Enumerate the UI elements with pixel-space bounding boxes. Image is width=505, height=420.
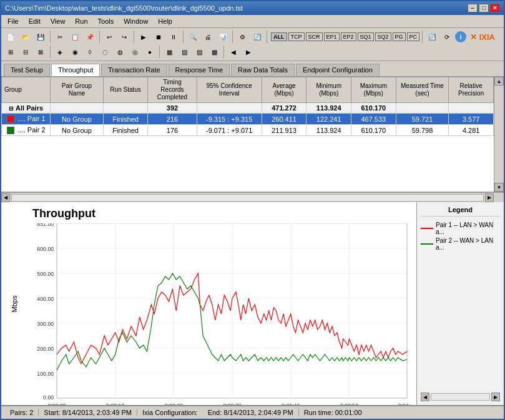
toolbar-settings[interactable]: ⚙ [235, 30, 249, 44]
menu-edit[interactable]: Edit [25, 16, 44, 26]
cell-pgn-pair2: No Group [51, 125, 104, 136]
close-button[interactable]: ✕ [490, 4, 500, 12]
svg-text:0:00:50: 0:00:50 [340, 403, 358, 405]
table-hscrollbar[interactable]: ◀ ▶ [1, 192, 504, 202]
legend-hscrollbar[interactable]: ◀ ▶ [421, 393, 500, 401]
toolbar-b16[interactable]: ▶ [242, 45, 255, 59]
toolbar-open[interactable]: 📂 [19, 30, 32, 44]
toolbar-zoom[interactable]: 🔍 [186, 30, 200, 44]
toolbar-save[interactable]: 💾 [34, 30, 47, 44]
toolbar-undo[interactable]: ↩ [102, 30, 116, 44]
toolbar-run[interactable]: ▶ [137, 30, 150, 44]
tag-sq2[interactable]: SQ2 [375, 32, 391, 41]
cell-avg-pair2: 211.913 [262, 125, 306, 136]
tag-scr[interactable]: SCR [306, 32, 323, 41]
toolbar-b11[interactable]: ▦ [162, 45, 176, 59]
toolbar-copy[interactable]: 📋 [68, 30, 82, 44]
vscroll-up[interactable]: ▲ [494, 77, 504, 85]
legend-item-pair1: Pair 1 -- LAN > WAN a... [421, 222, 500, 235]
toolbar-b14[interactable]: ▩ [207, 45, 221, 59]
tab-raw-data-totals[interactable]: Raw Data Totals [231, 64, 295, 76]
menu-run[interactable]: Run [71, 16, 91, 26]
vscroll-track [494, 85, 504, 183]
tab-throughput[interactable]: Throughput [51, 64, 100, 76]
table-vscrollbar[interactable]: ▲ ▼ [494, 77, 504, 192]
toolbar-refresh[interactable]: 🔄 [250, 30, 264, 44]
menu-tools[interactable]: Tools [94, 16, 118, 26]
hscroll-left[interactable]: ◀ [1, 193, 10, 202]
col-header-pair-group-name: Pair Group Name [51, 77, 104, 103]
tag-tcp[interactable]: TCP [288, 32, 305, 41]
toolbar-redo[interactable]: ↪ [117, 30, 131, 44]
chart-area: 651.00 600.00 500.00 400.00 300.00 200.0… [32, 223, 410, 405]
expand-icon[interactable]: ⊟ [9, 105, 14, 112]
toolbar-b4[interactable]: ◈ [53, 45, 67, 59]
tab-transaction-rate[interactable]: Transaction Rate [101, 64, 167, 76]
legend-scroll-left[interactable]: ◀ [421, 393, 429, 401]
tag-sq1[interactable]: SQ1 [358, 32, 374, 41]
col-header-confidence: 95% Confidence Interval [197, 77, 262, 103]
menu-window[interactable]: Window [120, 16, 152, 26]
tag-ep2[interactable]: EP2 [341, 32, 356, 41]
svg-text:0:00:30: 0:00:30 [223, 403, 241, 405]
tab-response-time[interactable]: Response Time [169, 64, 230, 76]
chart-container: Throughput Mbps [1, 202, 416, 405]
table-row-pair2[interactable]: .... Pair 2 No Group Finished 176 -9.071… [2, 125, 494, 136]
table-row-all-pairs[interactable]: ⊟All Pairs 392 471.272 113.924 610.170 [2, 103, 494, 114]
toolbar-refresh2[interactable]: 🔃 [425, 30, 439, 44]
cell-ci-all [197, 103, 262, 114]
ixia-logo: ✕ IXIA [470, 32, 495, 42]
toolbar-new[interactable]: 📄 [4, 30, 17, 44]
info-button[interactable]: i [455, 31, 466, 42]
table-row-pair1[interactable]: .... Pair 1 No Group Finished 216 -9.315… [2, 114, 494, 125]
tag-pc[interactable]: PC [407, 32, 420, 41]
toolbar-cut[interactable]: ✂ [53, 30, 67, 44]
toolbar-b7[interactable]: ◌ [98, 45, 112, 59]
tcp-tags: ALL TCP SCR EP1 EP2 SQ1 SQ2 PG PC [271, 32, 419, 41]
status-run-time: Run time: 00:01:00 [299, 409, 367, 416]
toolbar-b6[interactable]: ◊ [83, 45, 97, 59]
toolbar-pause[interactable]: ⏸ [167, 30, 180, 44]
menu-view[interactable]: View [47, 16, 69, 26]
toolbar-b5[interactable]: ◉ [68, 45, 82, 59]
toolbar-sync[interactable]: ⟳ [440, 30, 454, 44]
data-table-container[interactable]: Group Pair Group Name Run Status Timing … [1, 77, 494, 192]
sep5 [232, 31, 233, 43]
minimize-button[interactable]: − [468, 4, 478, 12]
cell-min-pair2: 113.924 [306, 125, 351, 136]
legend-scroll-right[interactable]: ▶ [491, 393, 500, 401]
vscroll-down[interactable]: ▼ [494, 183, 504, 192]
toolbar-b10[interactable]: ● [143, 45, 157, 59]
toolbar-print[interactable]: 🖨 [201, 30, 215, 44]
legend-panel: Legend Pair 1 -- LAN > WAN a... Pair 2 -… [416, 202, 504, 405]
hscroll-track[interactable] [11, 194, 484, 202]
toolbar-b8[interactable]: ◍ [113, 45, 127, 59]
chart-section: Throughput Mbps [1, 202, 504, 405]
tag-ep1[interactable]: EP1 [324, 32, 340, 41]
toolbar-b12[interactable]: ▧ [177, 45, 191, 59]
tag-all[interactable]: ALL [271, 32, 287, 41]
title-bar: C:\Users\Tim\Desktop\wlan_tests\dlink_dg… [1, 1, 504, 15]
legend-scroll-track[interactable] [431, 393, 490, 401]
tab-endpoint-config[interactable]: Endpoint Configuration [296, 64, 380, 76]
menu-file[interactable]: File [4, 16, 22, 26]
toolbar-b15[interactable]: ◀ [227, 45, 240, 59]
toolbar-b2[interactable]: ⊟ [19, 45, 32, 59]
cell-group-pair2: .... Pair 2 [2, 125, 51, 136]
hscroll-right[interactable]: ▶ [485, 193, 494, 202]
toolbar-b1[interactable]: ⊞ [4, 45, 17, 59]
tag-pg[interactable]: PG [393, 32, 406, 41]
cell-rp-pair2: 4.281 [449, 125, 494, 136]
toolbar-export[interactable]: 📊 [216, 30, 230, 44]
sep1 [50, 31, 51, 43]
svg-text:651.00: 651.00 [37, 223, 54, 227]
cell-status-pair1: Finished [103, 114, 148, 125]
toolbar-stop[interactable]: ⏹ [152, 30, 165, 44]
toolbar-paste[interactable]: 📌 [83, 30, 97, 44]
menu-help[interactable]: Help [154, 16, 176, 26]
toolbar-b3[interactable]: ⊠ [34, 45, 47, 59]
toolbar-b13[interactable]: ▨ [192, 45, 206, 59]
maximize-button[interactable]: □ [479, 4, 489, 12]
toolbar-b9[interactable]: ◎ [128, 45, 142, 59]
tab-test-setup[interactable]: Test Setup [4, 64, 50, 76]
